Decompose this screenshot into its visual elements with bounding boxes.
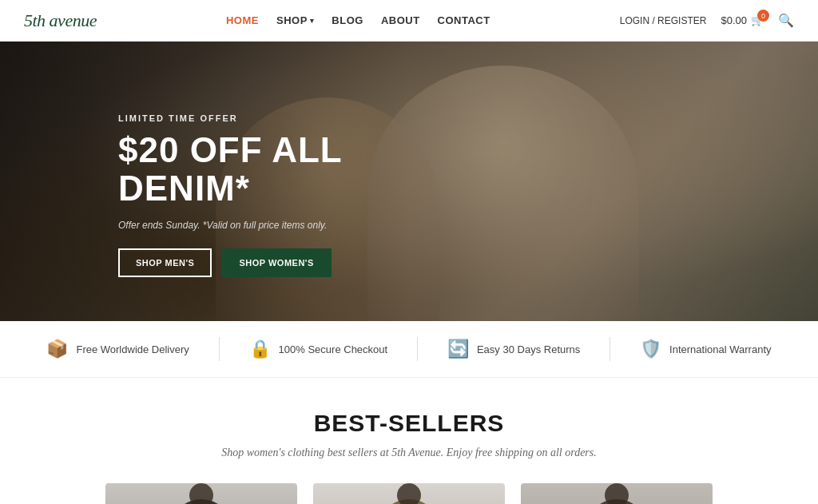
- feature-divider-2: [417, 337, 418, 361]
- cart-price: $0.00: [721, 14, 747, 26]
- shop-mens-button[interactable]: SHOP MEN'S: [118, 248, 212, 277]
- cart-area[interactable]: $0.00 🛒 0: [721, 14, 764, 26]
- product-card-1[interactable]: [105, 483, 297, 504]
- chevron-down-icon: ▾: [310, 17, 315, 25]
- site-header: 5th avenue HOME SHOP ▾ BLOG ABOUT CONTAC…: [0, 0, 818, 42]
- warranty-icon: 🛡️: [640, 339, 661, 359]
- search-icon: 🔍: [778, 14, 794, 27]
- product-image-3: [585, 499, 649, 504]
- nav-shop[interactable]: SHOP ▾: [276, 14, 314, 26]
- nav-contact[interactable]: CONTACT: [438, 14, 490, 26]
- feature-checkout: 🔒 100% Secure Checkout: [249, 339, 388, 359]
- cart-icon-wrap[interactable]: 🛒 0: [751, 14, 764, 26]
- features-bar: 📦 Free Worldwide Delivery 🔒 100% Secure …: [0, 321, 818, 378]
- main-nav: HOME SHOP ▾ BLOG ABOUT CONTACT: [226, 14, 490, 26]
- delivery-icon: 📦: [46, 339, 68, 359]
- search-button[interactable]: 🔍: [778, 13, 794, 28]
- feature-delivery: 📦 Free Worldwide Delivery: [46, 339, 189, 359]
- hero-buttons: SHOP MEN'S SHOP WOMEN'S: [118, 248, 343, 277]
- bestsellers-section: BEST-SELLERS Shop women's clothing best …: [0, 378, 818, 504]
- login-register-link[interactable]: LOGIN / REGISTER: [620, 15, 707, 26]
- hero-section: LIMITED TIME OFFER $20 OFF ALL DENIM* Of…: [0, 42, 818, 321]
- product-image-2: [377, 499, 441, 504]
- hero-subtext: Offer ends Sunday. *Valid on full price …: [118, 220, 343, 231]
- feature-divider-3: [610, 337, 610, 361]
- hero-limited-offer: LIMITED TIME OFFER: [118, 113, 343, 123]
- nav-home[interactable]: HOME: [226, 14, 259, 26]
- product-grid: [24, 483, 794, 504]
- bestsellers-subtitle: Shop women's clothing best sellers at 5t…: [24, 446, 794, 459]
- hero-heading: $20 OFF ALL DENIM*: [118, 131, 343, 208]
- feature-divider-1: [219, 337, 220, 361]
- feature-delivery-text: Free Worldwide Delivery: [76, 343, 189, 355]
- bestsellers-title: BEST-SELLERS: [24, 410, 794, 437]
- feature-checkout-text: 100% Secure Checkout: [279, 343, 388, 355]
- nav-blog[interactable]: BLOG: [332, 14, 363, 26]
- header-right: LOGIN / REGISTER $0.00 🛒 0 🔍: [620, 13, 794, 28]
- site-logo[interactable]: 5th avenue: [24, 10, 97, 31]
- feature-warranty: 🛡️ International Warranty: [640, 339, 771, 359]
- product-card-3[interactable]: [521, 483, 713, 504]
- product-card-2[interactable]: [313, 483, 505, 504]
- feature-returns: 🔄 Easy 30 Days Returns: [447, 339, 580, 359]
- cart-badge: 0: [757, 10, 769, 22]
- feature-warranty-text: International Warranty: [669, 343, 771, 355]
- hero-content: LIMITED TIME OFFER $20 OFF ALL DENIM* Of…: [118, 113, 343, 277]
- product-image-1: [169, 499, 233, 504]
- lock-icon: 🔒: [249, 339, 271, 359]
- feature-returns-text: Easy 30 Days Returns: [477, 343, 580, 355]
- nav-about[interactable]: ABOUT: [381, 14, 420, 26]
- returns-icon: 🔄: [447, 339, 469, 359]
- shop-womens-button[interactable]: SHOP WOMEN'S: [221, 248, 331, 277]
